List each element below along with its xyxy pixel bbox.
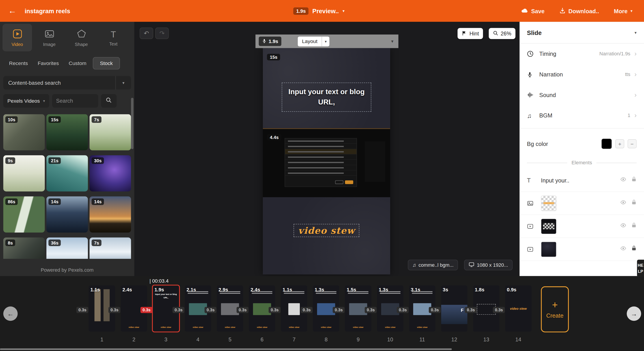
visibility-eye-icon[interactable] — [620, 222, 626, 230]
transition-badge[interactable]: 0.3s — [365, 307, 377, 313]
transition-badge[interactable]: 0.3s — [172, 307, 185, 313]
transition-badge[interactable]: 0.3s — [397, 307, 409, 313]
help-tab[interactable]: HELP — [637, 260, 644, 277]
timeline-slide[interactable]: 0.3s 2.4s video stew 2 — [121, 286, 147, 343]
transition-badge[interactable]: 0.3s — [140, 307, 152, 313]
bgm-button[interactable]: ♫ comme..l bgm... — [408, 260, 458, 270]
lock-icon[interactable] — [631, 176, 636, 184]
chevron-down-icon[interactable]: ▾ — [116, 76, 131, 90]
bg-color-add-button[interactable]: + — [615, 139, 624, 148]
create-slide-button[interactable]: + Create — [541, 286, 569, 332]
undo-button[interactable]: ↶ — [140, 28, 153, 39]
stock-video-thumbnail[interactable]: 15s — [46, 114, 88, 150]
redo-button[interactable]: ↷ — [155, 28, 169, 39]
lock-icon[interactable] — [631, 199, 636, 207]
stock-video-thumbnail[interactable]: 8s — [3, 237, 45, 259]
timeline-slide[interactable]: 0.3s 2.1s video stew 4 — [185, 286, 211, 343]
timeline-slide[interactable]: 0.3s 0.9s video stew 14 — [505, 286, 531, 343]
timeline-slide-selected[interactable]: 0.3s 1.9s Input your text or blog URL, v… — [153, 286, 179, 343]
timeline-slide[interactable]: 0.3s 2.9s video stew 5 — [217, 286, 243, 343]
timeline-slide[interactable]: 0.3s 1.1s video stew 7 — [281, 286, 307, 343]
tool-tab-video[interactable]: Video — [2, 24, 32, 51]
screenshot-clip-element[interactable]: 4.4s — [263, 128, 390, 197]
element-row-image[interactable] — [520, 192, 644, 215]
timeline-slide[interactable]: 0.3s 2.4s video stew 6 — [249, 286, 275, 343]
narration-duration-pill[interactable]: 1.9s — [259, 36, 282, 46]
lock-icon[interactable] — [631, 245, 636, 253]
timeline-slide[interactable]: 0.3s 3.1s video stew 11 — [409, 286, 436, 343]
stock-video-thumbnail[interactable]: 14s — [46, 196, 88, 232]
tool-tab-image[interactable]: Image — [34, 24, 64, 51]
hint-button[interactable]: Hint — [458, 28, 483, 39]
bg-color-swatch[interactable] — [601, 138, 612, 149]
transition-badge[interactable]: 0.3s — [493, 307, 505, 313]
setting-row-narration[interactable]: Narration tts › — [520, 64, 644, 85]
layout-button[interactable]: Layout ▾ — [298, 36, 330, 46]
headline-text-element[interactable]: Input your text or blog URL, — [282, 82, 371, 112]
element-row-video-2[interactable] — [520, 238, 644, 261]
timeline-slide[interactable]: 0.3s 3s 12 — [441, 286, 468, 343]
tab-stock[interactable]: Stock — [93, 57, 120, 70]
preview-label[interactable]: Preview.. — [312, 8, 339, 14]
setting-row-bgm[interactable]: ♫ BGM 1 › — [520, 105, 644, 126]
tab-favorites[interactable]: Favorites — [34, 58, 62, 69]
stock-video-thumbnail[interactable]: 9s — [3, 155, 45, 192]
transition-badge[interactable]: 0.3s — [108, 307, 120, 313]
visibility-eye-icon[interactable] — [620, 245, 626, 253]
resolution-button[interactable]: 1080 x 1920... — [464, 260, 512, 270]
tool-tab-shape[interactable]: Shape — [66, 24, 96, 51]
timeline-slide[interactable]: 0.3s 1.3s video stew 8 — [313, 286, 339, 343]
slide-thumbnail[interactable]: 0.9s video stew — [505, 286, 531, 332]
element-row-text[interactable]: T Input your.. — [520, 169, 644, 192]
bg-color-remove-button[interactable]: − — [628, 139, 636, 148]
stock-video-thumbnail[interactable]: 36s — [46, 237, 88, 259]
timeline-prev-button[interactable]: ← — [3, 306, 18, 321]
stock-video-thumbnail[interactable]: 14s — [90, 196, 131, 232]
chevron-down-icon[interactable]: ▾ — [634, 30, 636, 35]
timeline-next-button[interactable]: → — [627, 306, 641, 321]
save-button[interactable]: Save — [521, 8, 544, 14]
timeline-slide[interactable]: 0.3s 1.3s video stew 10 — [377, 286, 403, 343]
slide-preview-canvas[interactable]: 15s Input your text or blog URL, 4.4s vi… — [263, 48, 390, 274]
timeline-scrollbar[interactable] — [0, 348, 452, 350]
more-button[interactable]: More ▾ — [614, 8, 632, 14]
transition-badge[interactable]: 0.3s — [76, 307, 88, 313]
transition-badge[interactable]: 0.3s — [465, 307, 477, 313]
stock-video-thumbnail[interactable]: 10s — [3, 114, 45, 150]
tab-custom[interactable]: Custom — [66, 58, 90, 69]
setting-row-sound[interactable]: Sound › — [520, 85, 644, 105]
provider-select[interactable]: Pexels Videos ▾ — [3, 94, 49, 108]
element-row-video-1[interactable] — [520, 215, 644, 238]
chevron-down-icon[interactable]: ▾ — [322, 36, 330, 46]
stock-video-thumbnail[interactable]: 86s — [3, 196, 45, 232]
toolbar-collapse-icon[interactable]: ▾ — [391, 38, 395, 44]
setting-row-timing[interactable]: Timing Narration/1.9s › — [520, 44, 644, 64]
lock-icon[interactable] — [631, 222, 636, 230]
stock-video-thumbnail[interactable]: 7s — [90, 114, 131, 150]
transition-badge[interactable]: 0.3s — [333, 307, 345, 313]
preview-control[interactable]: 1.9s Preview.. ▾ — [293, 0, 345, 22]
tool-tab-text[interactable]: T Text — [98, 24, 128, 51]
download-button[interactable]: Download.. — [559, 7, 599, 14]
content-based-search-dropdown[interactable]: Content-based search ▾ — [3, 76, 131, 90]
zoom-button[interactable]: 26% — [489, 28, 516, 39]
brand-logo-element[interactable]: video stew — [294, 224, 360, 237]
stock-video-thumbnail[interactable]: 21s — [46, 155, 88, 192]
timeline-slide[interactable]: 0.3s 1.5s video stew 9 — [345, 286, 371, 343]
search-input[interactable] — [52, 94, 98, 108]
transition-badge[interactable]: 0.3s — [429, 307, 441, 313]
timeline-slide[interactable]: 0.3s 1.1s 1 — [89, 286, 115, 343]
sidebar-scrollbar[interactable] — [131, 98, 134, 149]
back-arrow-icon[interactable]: ← — [0, 6, 25, 16]
stock-video-thumbnail[interactable]: 30s — [90, 155, 131, 192]
transition-badge[interactable]: 0.3s — [301, 307, 313, 313]
transition-badge[interactable]: 0.3s — [237, 307, 249, 313]
project-title[interactable]: instagram reels — [25, 8, 70, 14]
transition-badge[interactable]: 0.3s — [204, 307, 217, 313]
stock-video-thumbnail[interactable]: 7s — [90, 237, 131, 259]
chevron-down-icon[interactable]: ▾ — [342, 8, 344, 13]
timeline-slide[interactable]: F 0.3s 1.8s 13 — [473, 286, 500, 343]
visibility-eye-icon[interactable] — [620, 199, 626, 207]
visibility-eye-icon[interactable] — [620, 176, 626, 184]
transition-badge[interactable]: 0.3s — [269, 307, 281, 313]
